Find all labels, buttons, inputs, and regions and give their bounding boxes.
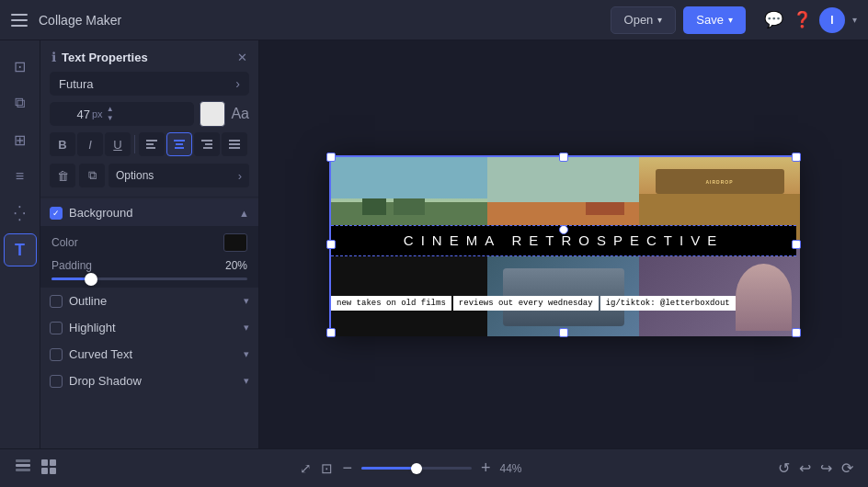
zoom-fill bbox=[361, 467, 417, 470]
zoom-out-button[interactable]: − bbox=[342, 459, 352, 478]
bottom-left-icons bbox=[15, 459, 57, 479]
avatar[interactable]: I bbox=[819, 7, 845, 33]
drop-shadow-checkbox[interactable] bbox=[50, 375, 63, 388]
help-icon[interactable]: ❓ bbox=[793, 10, 812, 29]
bg-color-picker[interactable] bbox=[223, 233, 247, 252]
background-checkbox[interactable] bbox=[50, 207, 63, 220]
svg-rect-1 bbox=[146, 143, 154, 145]
outline-section: Outline ▾ bbox=[40, 288, 258, 314]
bar-center-handle[interactable] bbox=[559, 225, 568, 234]
text-case-icon[interactable]: Aa bbox=[231, 106, 249, 122]
options-button[interactable]: Options › bbox=[108, 164, 249, 187]
menu-icon[interactable] bbox=[11, 10, 31, 30]
cinema-title: CINEMA RETROSPECTIVE bbox=[404, 232, 724, 248]
slider-thumb[interactable] bbox=[85, 273, 97, 286]
highlight-chevron[interactable]: ▾ bbox=[244, 322, 249, 334]
underline-button[interactable]: U bbox=[105, 132, 131, 156]
handle-ml[interactable] bbox=[326, 240, 336, 249]
handle-br[interactable] bbox=[792, 328, 801, 337]
svg-rect-2 bbox=[146, 147, 155, 149]
svg-rect-5 bbox=[175, 147, 184, 149]
outline-label: Outline bbox=[69, 294, 237, 308]
handle-bl[interactable] bbox=[326, 328, 336, 337]
rail-grid[interactable]: ⊞ bbox=[4, 123, 37, 156]
bottom-center: ⤢ ⊡ − + 44% bbox=[68, 459, 767, 478]
rail-shapes[interactable]: ⊡ bbox=[4, 50, 37, 83]
text-tag-1[interactable]: new takes on old films bbox=[331, 296, 451, 311]
size-up[interactable]: ▲ bbox=[107, 105, 114, 114]
bg-padding-row: Padding 20% bbox=[51, 259, 247, 272]
svg-rect-12 bbox=[16, 464, 30, 467]
outline-header[interactable]: Outline ▾ bbox=[40, 288, 258, 314]
text-color-picker[interactable] bbox=[200, 101, 225, 127]
curved-text-header[interactable]: Curved Text ▾ bbox=[40, 341, 258, 368]
handle-tl[interactable] bbox=[326, 153, 336, 162]
padding-slider[interactable] bbox=[51, 277, 247, 280]
panel-close-icon[interactable]: ✕ bbox=[237, 51, 247, 64]
drop-shadow-header[interactable]: Drop Shadow ▾ bbox=[40, 368, 258, 394]
delete-button[interactable]: 🗑 bbox=[50, 164, 75, 187]
size-color-row: px ▲ ▼ Aa bbox=[50, 101, 249, 127]
main-layout: ⊡ ⧉ ⊞ ≡ ⁛ T ℹ Text Properties ✕ Futura ›… bbox=[0, 40, 868, 448]
bold-button[interactable]: B bbox=[50, 132, 75, 156]
outline-chevron[interactable]: ▾ bbox=[244, 295, 249, 307]
refresh-icon[interactable]: ↺ bbox=[778, 459, 790, 477]
collage-canvas[interactable]: AIRDROP CINEMA RETROSPECTIVE bbox=[329, 155, 798, 334]
bottom-right-icons: ↺ ↩ ↪ ⟳ bbox=[778, 459, 853, 477]
svg-rect-17 bbox=[41, 468, 48, 474]
layers-icon[interactable] bbox=[15, 459, 31, 479]
undo-icon[interactable]: ↩ bbox=[799, 459, 811, 477]
crop-icon[interactable]: ⊡ bbox=[321, 460, 333, 477]
duplicate-button[interactable]: ⧉ bbox=[79, 164, 105, 187]
curved-text-checkbox[interactable] bbox=[50, 348, 63, 361]
zoom-thumb[interactable] bbox=[411, 463, 422, 474]
font-selector[interactable]: Futura › bbox=[50, 72, 249, 96]
align-center-button[interactable] bbox=[166, 132, 192, 156]
bg-color-row: Color bbox=[51, 233, 247, 252]
save-button[interactable]: Save ▾ bbox=[683, 6, 746, 34]
zoom-percent: 44% bbox=[500, 462, 535, 475]
svg-rect-0 bbox=[146, 140, 157, 142]
zoom-in-button[interactable]: + bbox=[481, 459, 491, 478]
highlight-header[interactable]: Highlight ▾ bbox=[40, 314, 258, 341]
size-unit: px bbox=[92, 108, 103, 119]
rail-adjust[interactable]: ⧉ bbox=[4, 86, 37, 119]
zoom-slider[interactable] bbox=[361, 467, 472, 470]
open-button[interactable]: Open ▾ bbox=[611, 6, 677, 34]
expand-icon[interactable]: ⤢ bbox=[300, 460, 312, 477]
drop-shadow-chevron[interactable]: ▾ bbox=[244, 375, 249, 387]
align-justify-button[interactable] bbox=[222, 132, 247, 156]
account-chevron[interactable]: ▾ bbox=[852, 15, 857, 25]
background-header[interactable]: Background ▲ bbox=[40, 199, 258, 226]
highlight-checkbox[interactable] bbox=[50, 322, 63, 334]
handle-tm[interactable] bbox=[559, 153, 568, 162]
outline-checkbox[interactable] bbox=[50, 295, 63, 308]
handle-tr[interactable] bbox=[792, 153, 801, 162]
background-chevron[interactable]: ▲ bbox=[239, 208, 249, 219]
align-left-button[interactable] bbox=[139, 132, 165, 156]
panel-info-icon[interactable]: ℹ bbox=[51, 50, 56, 64]
bg-padding-value: 20% bbox=[225, 259, 247, 272]
drop-shadow-section: Drop Shadow ▾ bbox=[40, 368, 258, 394]
italic-button[interactable]: I bbox=[77, 132, 103, 156]
rail-text[interactable]: T bbox=[4, 233, 37, 266]
chat-icon[interactable]: 💬 bbox=[764, 10, 783, 29]
align-right-button[interactable] bbox=[194, 132, 220, 156]
handle-bm[interactable] bbox=[559, 328, 568, 337]
svg-rect-13 bbox=[16, 469, 30, 471]
text-tag-2[interactable]: reviews out every wednesday bbox=[453, 296, 599, 311]
rail-elements[interactable]: ⁛ bbox=[4, 197, 37, 230]
font-name: Futura bbox=[59, 77, 94, 91]
rail-layers[interactable]: ≡ bbox=[4, 160, 37, 193]
grid-view-icon[interactable] bbox=[40, 459, 57, 479]
history-icon[interactable]: ⟳ bbox=[841, 459, 853, 477]
slider-track bbox=[51, 277, 247, 280]
text-tag-3[interactable]: ig/tiktok: @letterboxdout bbox=[600, 296, 736, 311]
size-input[interactable] bbox=[55, 108, 90, 121]
curved-text-chevron[interactable]: ▾ bbox=[244, 348, 249, 360]
handle-mr[interactable] bbox=[792, 240, 801, 249]
background-section: Background ▲ Color Padding 20% bbox=[40, 199, 258, 288]
size-down[interactable]: ▼ bbox=[107, 114, 114, 123]
redo-icon[interactable]: ↪ bbox=[820, 459, 832, 477]
size-arrows: ▲ ▼ bbox=[107, 105, 114, 122]
